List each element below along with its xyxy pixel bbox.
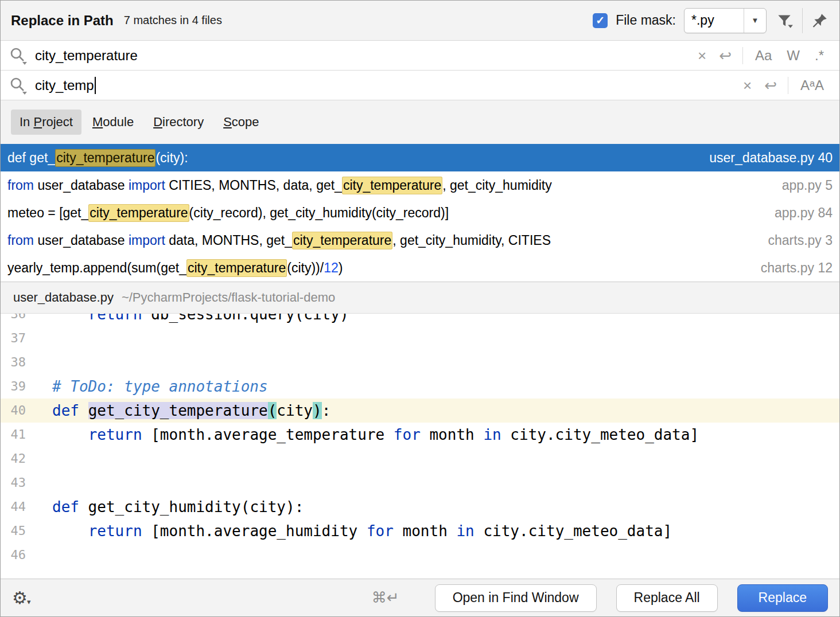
text-segment: user_database	[34, 178, 129, 193]
code-line: 46	[1, 543, 839, 567]
replace-search-icon[interactable]	[9, 76, 28, 95]
text-segment: return	[88, 314, 142, 323]
text-segment: # ToDo: type annotations	[52, 378, 268, 395]
code-lines: 36 return db_session.query(city)373839# …	[1, 314, 839, 567]
dialog-title: Replace in Path	[11, 13, 114, 29]
code-preview[interactable]: 36 return db_session.query(city)373839# …	[1, 314, 839, 579]
result-text: from user_database import data, MONTHS, …	[1, 232, 768, 249]
result-row[interactable]: def get_city_temperature(city):user_data…	[1, 144, 839, 171]
match-case-toggle[interactable]: Aa	[755, 48, 772, 64]
shortcut-hint: ⌘↵	[372, 589, 399, 607]
text-segment: for	[367, 522, 394, 540]
filter-icon[interactable]	[775, 11, 794, 30]
result-row[interactable]: yearly_temp.append(sum(get_city_temperat…	[1, 254, 839, 282]
match-highlight: city_temperature	[55, 149, 155, 167]
scope-tabs: In ProjectModuleDirectoryScope	[1, 100, 839, 144]
text-segment: get_city_temperature	[88, 402, 268, 419]
file-mask-combobox[interactable]: *.py ▼	[684, 8, 767, 33]
text-segment: def	[52, 402, 79, 419]
file-mask-checkbox[interactable]: ✓	[593, 13, 608, 28]
replace-in-path-dialog: Replace in Path 7 matches in 4 files ✓ F…	[0, 0, 840, 617]
text-caret	[95, 77, 96, 94]
code-line: 41 return [month.average_temperature for…	[1, 423, 839, 447]
text-segment: [month.average_temperature	[142, 426, 394, 443]
match-highlight: city_temperature	[88, 204, 189, 222]
scope-tab-module[interactable]: Module	[84, 110, 142, 135]
file-mask-value: *.py	[685, 13, 744, 28]
text-segment	[79, 402, 88, 419]
text-segment: (	[268, 402, 277, 419]
pin-icon[interactable]	[811, 11, 829, 30]
preview-filename: user_database.py	[13, 290, 114, 305]
code-text: return db_session.query(city)	[26, 314, 349, 326]
replace-input[interactable]: city_temp	[35, 77, 737, 94]
text-segment: from	[7, 178, 34, 193]
checkmark-icon: ✓	[596, 15, 605, 26]
code-line: 40def get_city_temperature(city):	[1, 399, 839, 423]
line-number: 38	[1, 350, 26, 374]
replace-row: city_temp × ↩ AᵃA	[1, 71, 839, 100]
header-separator	[802, 8, 803, 33]
text-segment: get_city_humidity(city):	[79, 498, 304, 516]
scope-tab-scope[interactable]: Scope	[215, 110, 267, 135]
line-number: 41	[1, 423, 26, 447]
open-in-find-window-button[interactable]: Open in Find Window	[435, 584, 597, 612]
text-segment: 12	[324, 260, 339, 276]
whole-words-toggle[interactable]: W	[787, 48, 800, 64]
clear-replace-icon[interactable]: ×	[743, 78, 752, 93]
code-text: # ToDo: type annotations	[26, 374, 268, 399]
line-number: 45	[1, 519, 26, 543]
replace-all-button[interactable]: Replace All	[616, 584, 718, 612]
line-number: 44	[1, 495, 26, 519]
text-segment: :	[322, 402, 331, 419]
code-text: return [month.average_humidity for month…	[26, 519, 672, 543]
match-highlight: city_temperature	[342, 177, 442, 194]
code-line: 42	[1, 447, 839, 471]
text-segment: city.city_meteo_data]	[475, 522, 672, 540]
code-line: 44def get_city_humidity(city):	[1, 495, 839, 519]
field-separator	[788, 77, 788, 94]
search-input[interactable]: city_temperature	[35, 48, 691, 64]
gear-glyph: ⚙	[12, 589, 28, 607]
text-segment: for	[394, 426, 421, 443]
search-history-icon[interactable]: ↩	[719, 48, 732, 63]
regex-toggle[interactable]: .*	[815, 48, 824, 64]
search-icon[interactable]	[9, 46, 28, 65]
result-location: user_database.py 40	[709, 150, 839, 166]
code-line: 38	[1, 350, 839, 374]
line-number: 46	[1, 543, 26, 567]
preserve-case-toggle[interactable]: AᵃA	[800, 77, 824, 93]
header-controls: ✓ File mask: *.py ▼	[593, 8, 829, 33]
code-text: def get_city_temperature(city):	[26, 399, 330, 423]
search-row: city_temperature × ↩ Aa W .*	[1, 41, 839, 71]
text-segment: (city))/	[287, 260, 324, 276]
text-segment: , get_city_humidity, CITIES	[392, 233, 551, 248]
result-location: charts.py 12	[761, 260, 839, 276]
line-number: 37	[1, 326, 26, 350]
replace-button[interactable]: Replace	[737, 584, 828, 612]
text-segment: user_database	[34, 233, 129, 248]
result-row[interactable]: from user_database import data, MONTHS, …	[1, 227, 839, 254]
result-row[interactable]: from user_database import CITIES, MONTHS…	[1, 171, 839, 199]
scope-tab-directory[interactable]: Directory	[145, 110, 212, 135]
text-segment: month	[394, 522, 457, 540]
result-row[interactable]: meteo = [get_city_temperature(city_recor…	[1, 199, 839, 227]
gear-icon[interactable]: ⚙ ▾	[12, 589, 30, 607]
code-text	[26, 543, 52, 567]
text-segment: def	[52, 498, 79, 516]
text-segment: return	[88, 522, 142, 540]
code-line: 37	[1, 326, 839, 350]
text-segment: yearly_temp.append(sum(get_	[7, 260, 186, 276]
text-segment: , get_city_humidity	[442, 178, 551, 193]
text-segment: return	[88, 426, 142, 443]
scope-tab-in-project[interactable]: In Project	[11, 110, 81, 135]
clear-search-icon[interactable]: ×	[698, 48, 706, 63]
line-number: 43	[1, 471, 26, 495]
text-segment: )	[339, 260, 343, 276]
replace-history-icon[interactable]: ↩	[764, 78, 777, 93]
text-segment: CITIES, MONTHS, data, get_	[165, 178, 342, 193]
results-list: def get_city_temperature(city):user_data…	[1, 144, 839, 282]
chevron-down-icon[interactable]: ▼	[744, 9, 766, 33]
result-location: app.py 84	[775, 205, 839, 221]
text-segment: data, MONTHS, get_	[165, 233, 292, 248]
